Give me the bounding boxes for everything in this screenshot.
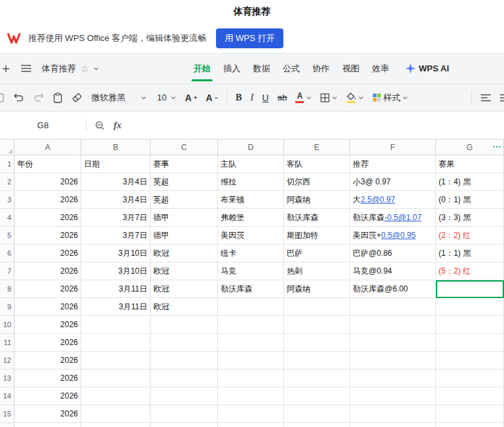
cell-C5[interactable]: 德甲 <box>151 227 218 245</box>
cell-B1[interactable]: 日期 <box>81 155 151 173</box>
row-header-16[interactable]: 16 <box>0 423 15 427</box>
cell-G15[interactable] <box>436 405 504 423</box>
cell-G2[interactable]: (1：4) 黑 <box>436 173 504 191</box>
cell-A10[interactable]: 2026 <box>15 316 81 334</box>
cell-E10[interactable] <box>284 316 350 334</box>
cell-B2[interactable]: 3月4日 <box>81 173 151 191</box>
wps-ai-button[interactable]: WPS AI <box>406 63 449 73</box>
cell-C15[interactable] <box>151 405 218 423</box>
cell-D4[interactable]: 弗赖堡 <box>218 209 284 227</box>
fx-button[interactable]: fx <box>114 120 122 131</box>
cell-E15[interactable] <box>284 405 350 423</box>
cell-E6[interactable]: 巴萨 <box>284 245 350 262</box>
cell-C10[interactable] <box>151 316 218 334</box>
cell-F12[interactable] <box>350 352 436 369</box>
cell-B11[interactable] <box>81 334 151 352</box>
cell-B12[interactable] <box>81 352 151 369</box>
open-in-wps-button[interactable]: 用 WPS 打开 <box>216 28 283 48</box>
eraser-icon[interactable] <box>71 93 83 102</box>
cell-E2[interactable]: 切尔西 <box>284 173 350 191</box>
row-header-12[interactable]: 12 <box>0 352 15 369</box>
cell-B13[interactable] <box>81 369 151 387</box>
cell-C3[interactable]: 英超 <box>151 191 218 209</box>
cell-B4[interactable]: 3月7日 <box>81 209 151 227</box>
cell-A8[interactable]: 2026 <box>15 280 81 298</box>
cell-A7[interactable]: 2026 <box>15 262 81 280</box>
cell-D9[interactable] <box>218 298 284 316</box>
cell-B16[interactable] <box>81 423 151 427</box>
cell-D8[interactable]: 勒沃库森 <box>218 280 284 298</box>
cell-C8[interactable]: 欧冠 <box>151 280 218 298</box>
cell-E12[interactable] <box>284 352 350 369</box>
font-name-select[interactable]: 微软雅黑 <box>91 92 147 104</box>
cell-F3[interactable]: 大2.5@0.97 <box>350 191 436 209</box>
cell-A9[interactable]: 2026 <box>15 298 81 316</box>
cell-B9[interactable]: 3月11日 <box>81 298 151 316</box>
cell-F1[interactable]: 推荐 <box>350 155 436 173</box>
clipped-right-icon[interactable] <box>500 94 504 102</box>
cell-E4[interactable]: 勒沃库森 <box>284 209 350 227</box>
cell-E7[interactable]: 热刺 <box>284 262 350 280</box>
cell-C6[interactable]: 欧冠 <box>151 245 218 262</box>
col-header-E[interactable]: E <box>284 139 350 155</box>
cell-D7[interactable]: 马竞 <box>218 262 284 280</box>
cell-E14[interactable] <box>284 387 350 405</box>
col-header-F[interactable]: F <box>350 139 436 155</box>
add-icon[interactable] <box>2 65 10 73</box>
row-header-1[interactable]: 1 <box>0 155 15 173</box>
cell-D3[interactable]: 布莱顿 <box>218 191 284 209</box>
cell-B15[interactable] <box>81 405 151 423</box>
cell-F10[interactable] <box>350 316 436 334</box>
cell-G3[interactable]: (0：1) 黑 <box>436 191 504 209</box>
cell-G9[interactable] <box>436 298 504 316</box>
cell-D2[interactable]: 维拉 <box>218 173 284 191</box>
tab-view[interactable]: 视图 <box>342 54 359 83</box>
clipped-left-icon[interactable] <box>0 93 5 103</box>
cell-F13[interactable] <box>350 369 436 387</box>
cell-A6[interactable]: 2026 <box>15 245 81 262</box>
cell-E9[interactable] <box>284 298 350 316</box>
cell-F15[interactable] <box>350 405 436 423</box>
cell-C16[interactable] <box>151 423 218 427</box>
cell-C11[interactable] <box>151 334 218 352</box>
cell-F4[interactable]: 勒沃库森-0.5@1.07 <box>350 209 436 227</box>
underline-button[interactable]: U <box>262 93 269 103</box>
cell-C2[interactable]: 英超 <box>151 173 218 191</box>
cell-E13[interactable] <box>284 369 350 387</box>
decrease-font-button[interactable]: A− <box>205 93 217 103</box>
cell-G12[interactable] <box>436 352 504 369</box>
cell-A13[interactable]: 2026 <box>15 369 81 387</box>
cell-G4[interactable]: (3：3) 黑 <box>436 209 504 227</box>
cell-C13[interactable] <box>151 369 218 387</box>
col-header-C[interactable]: C <box>151 139 218 155</box>
row-header-5[interactable]: 5 <box>0 227 15 245</box>
cell-G14[interactable] <box>436 387 504 405</box>
row-header-11[interactable]: 11 <box>0 334 15 352</box>
cell-F2[interactable]: 小3@ 0.97 <box>350 173 436 191</box>
cell-F7[interactable]: 马竞@0.94 <box>350 262 436 280</box>
row-header-15[interactable]: 15 <box>0 405 15 423</box>
cell-B6[interactable]: 3月10日 <box>81 245 151 262</box>
cell-E16[interactable] <box>284 423 350 427</box>
cell-E8[interactable]: 阿森纳 <box>284 280 350 298</box>
select-all-corner[interactable] <box>0 139 15 155</box>
font-color-button[interactable]: A <box>295 92 312 103</box>
cell-B3[interactable]: 3月4日 <box>81 191 151 209</box>
cell-B7[interactable]: 3月10日 <box>81 262 151 280</box>
cell-G6[interactable]: (1：1) 黑 <box>436 245 504 262</box>
cell-C9[interactable]: 欧冠 <box>151 298 218 316</box>
cell-G5[interactable]: (2：2) 红 <box>436 227 504 245</box>
cell-A11[interactable]: 2026 <box>15 334 81 352</box>
cell-D6[interactable]: 纽卡 <box>218 245 284 262</box>
cell-A16[interactable]: 2026 <box>15 423 81 427</box>
cell-G10[interactable] <box>436 316 504 334</box>
italic-button[interactable]: I <box>250 93 254 103</box>
row-header-14[interactable]: 14 <box>0 387 15 405</box>
cell-D14[interactable] <box>218 387 284 405</box>
cell-C14[interactable] <box>151 387 218 405</box>
cell-F8[interactable]: 勒沃库森@6.00 <box>350 280 436 298</box>
cell-E1[interactable]: 客队 <box>284 155 350 173</box>
cell-E5[interactable]: 斯图加特 <box>284 227 350 245</box>
cell-F6[interactable]: 巴萨@0.86 <box>350 245 436 262</box>
name-box[interactable]: G8 <box>0 120 86 130</box>
